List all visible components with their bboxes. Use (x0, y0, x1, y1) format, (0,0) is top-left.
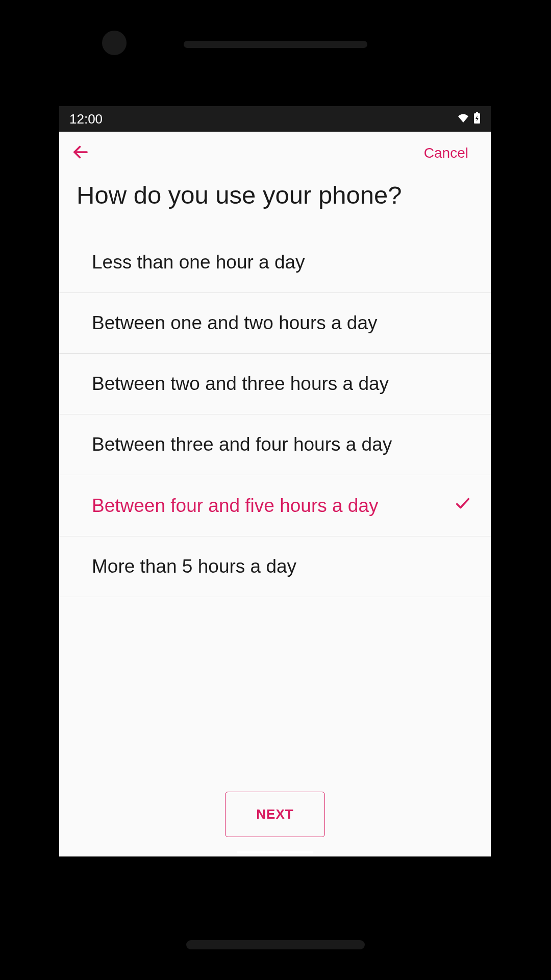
page-title: How do you use your phone? (59, 170, 491, 232)
option-label: Between four and five hours a day (92, 495, 379, 517)
arrow-left-icon (71, 143, 90, 163)
camera-dot (102, 31, 127, 55)
option-one-two-hours[interactable]: Between one and two hours a day (59, 293, 491, 354)
status-icons (457, 111, 481, 127)
option-more-than-five-hours[interactable]: More than 5 hours a day (59, 536, 491, 597)
back-button[interactable] (68, 141, 93, 165)
home-indicator[interactable] (237, 851, 313, 853)
check-icon (454, 495, 471, 517)
header-row: Cancel (59, 132, 491, 170)
option-label: Between one and two hours a day (92, 312, 378, 334)
option-label: Less than one hour a day (92, 252, 305, 273)
app-screen: 12:00 (59, 106, 491, 856)
speaker-slot (184, 41, 367, 48)
option-list: Less than one hour a day Between one and… (59, 232, 491, 597)
next-button[interactable]: NEXT (225, 792, 324, 837)
svg-rect-0 (476, 112, 478, 113)
status-time: 12:00 (69, 111, 103, 127)
bottom-device-pill (186, 940, 365, 949)
footer: NEXT (59, 792, 491, 837)
option-two-three-hours[interactable]: Between two and three hours a day (59, 354, 491, 414)
option-label: Between three and four hours a day (92, 434, 392, 455)
status-bar: 12:00 (59, 106, 491, 132)
option-label: More than 5 hours a day (92, 556, 296, 577)
option-three-four-hours[interactable]: Between three and four hours a day (59, 414, 491, 475)
wifi-icon (457, 111, 469, 127)
option-four-five-hours[interactable]: Between four and five hours a day (59, 475, 491, 536)
option-less-than-one-hour[interactable]: Less than one hour a day (59, 232, 491, 293)
battery-icon (473, 111, 481, 127)
cancel-button[interactable]: Cancel (416, 141, 477, 165)
option-label: Between two and three hours a day (92, 373, 389, 395)
